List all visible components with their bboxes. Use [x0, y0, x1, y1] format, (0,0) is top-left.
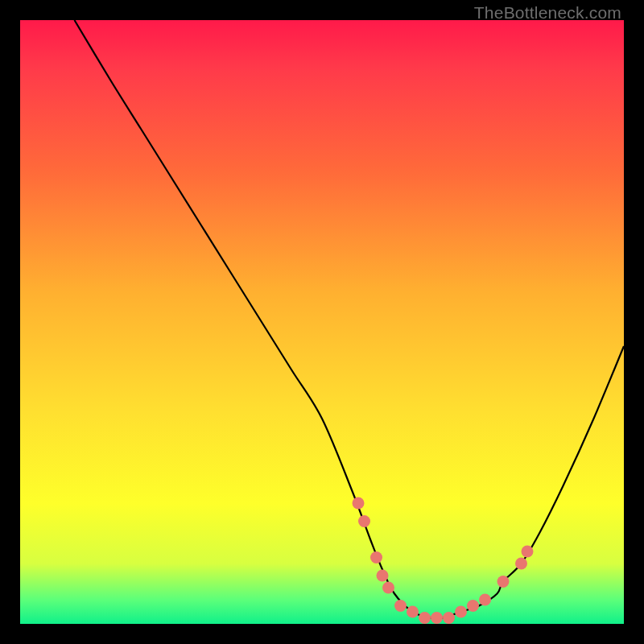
curve-marker	[515, 558, 527, 570]
curve-marker	[377, 570, 389, 582]
curve-marker	[443, 612, 455, 624]
curve-marker	[394, 600, 407, 612]
curve-marker	[353, 497, 365, 510]
curve-marker	[358, 515, 370, 527]
curve-marker	[479, 594, 491, 606]
curve-marker	[522, 546, 534, 558]
curve-marker	[382, 582, 394, 594]
curve-marker	[467, 600, 479, 612]
chart-frame: TheBottleneck.com	[0, 0, 644, 644]
curve-marker	[370, 551, 382, 564]
curve-marker	[407, 606, 419, 618]
curve-marker	[497, 576, 510, 588]
chart-svg	[20, 20, 624, 624]
curve-marker	[431, 612, 443, 624]
curve-marker	[419, 612, 431, 624]
bottleneck-curve	[75, 20, 625, 618]
curve-markers	[353, 497, 534, 625]
curve-marker	[455, 606, 467, 618]
